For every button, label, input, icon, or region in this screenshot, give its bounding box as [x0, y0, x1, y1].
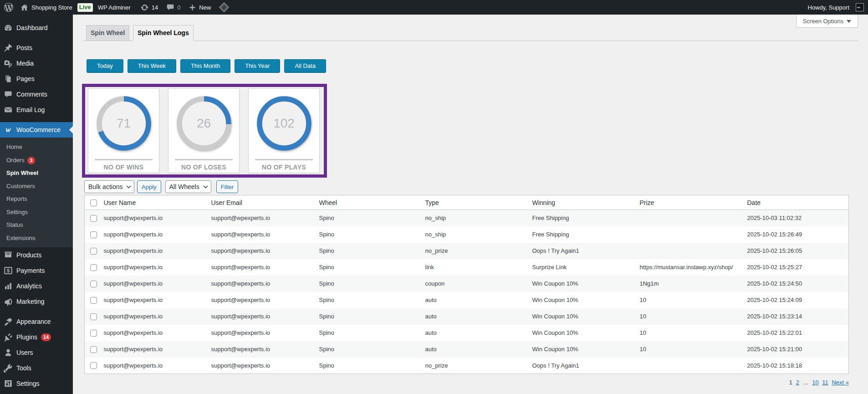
- table-header-row: User Name User Email Wheel Type Winning …: [85, 195, 849, 210]
- plugins-badge: 14: [41, 333, 51, 341]
- donut: 26: [174, 94, 234, 153]
- cell-user-email: support@wpexperts.io: [206, 210, 314, 226]
- sidebar-item-label: Comments: [16, 91, 47, 98]
- row-checkbox[interactable]: [90, 330, 97, 337]
- wrench-icon: [4, 363, 13, 373]
- sidebar-item-label: Posts: [16, 44, 32, 51]
- cell-user-email: support@wpexperts.io: [206, 226, 314, 243]
- submenu-item-home[interactable]: Home: [0, 141, 73, 154]
- sidebar-item-label: Pages: [16, 75, 35, 82]
- table-row: support@wpexperts.iosupport@wpexperts.io…: [85, 276, 849, 292]
- cell-winning: Win Coupon 10%: [527, 308, 634, 325]
- col-winning: Winning: [527, 195, 634, 210]
- col-wheel: Wheel: [314, 195, 420, 210]
- submenu-item-status[interactable]: Status: [0, 219, 73, 232]
- instawp-menu[interactable]: [215, 0, 233, 15]
- all-data-button[interactable]: All Data: [284, 59, 326, 73]
- sidebar-item-dashboard[interactable]: Dashboard: [0, 20, 73, 36]
- site-menu[interactable]: Shopping Store: [17, 0, 75, 15]
- filter-button[interactable]: Filter: [216, 180, 239, 193]
- cell-prize: https://mustansar.instawp.xyz/shop/: [634, 259, 742, 276]
- cell-wheel: Spino: [314, 358, 420, 374]
- sidebar-item-products[interactable]: Products: [0, 247, 73, 263]
- row-checkbox[interactable]: [90, 346, 97, 353]
- sidebar-item-comments[interactable]: Comments: [0, 87, 73, 102]
- list-controls: Bulk actions Apply All Wheels Filter: [84, 180, 858, 193]
- row-checkbox-cell: [85, 308, 98, 325]
- page-link-10[interactable]: 10: [812, 379, 818, 386]
- cell-user-name: support@wpexperts.io: [98, 276, 206, 292]
- all-wheels-select[interactable]: All Wheels: [165, 180, 211, 193]
- my-account-menu[interactable]: Howdy, Support: [803, 0, 868, 15]
- sidebar-item-appearance[interactable]: Appearance: [0, 314, 73, 329]
- page-link-11[interactable]: 11: [822, 379, 828, 386]
- table-row: support@wpexperts.iosupport@wpexperts.io…: [85, 243, 849, 259]
- submenu-item-spin-wheel[interactable]: Spin Wheel: [0, 167, 73, 180]
- cell-wheel: Spino: [314, 325, 420, 341]
- wp-adminer-menu[interactable]: WP Adminer: [95, 0, 133, 15]
- row-checkbox[interactable]: [90, 297, 97, 304]
- payments-icon: $: [4, 266, 13, 275]
- bulk-actions-select[interactable]: Bulk actions: [84, 180, 134, 193]
- main-content: Screen Options Spin Wheel Spin Wheel Log…: [73, 0, 868, 386]
- sidebar-item-marketing[interactable]: Marketing: [0, 294, 73, 309]
- submenu-item-extensions[interactable]: Extensions: [0, 232, 73, 245]
- new-menu[interactable]: New: [184, 0, 215, 15]
- this-year-button[interactable]: This Year: [235, 59, 280, 73]
- plug-icon: [4, 333, 13, 342]
- screen-options-label: Screen Options: [803, 18, 844, 25]
- this-month-button[interactable]: This Month: [180, 59, 230, 73]
- this-week-button[interactable]: This Week: [128, 59, 176, 73]
- submenu-item-customers[interactable]: Customers: [0, 180, 73, 193]
- row-checkbox[interactable]: [90, 248, 97, 255]
- updates-menu[interactable]: 14: [136, 0, 162, 15]
- submenu-item-settings[interactable]: Settings: [0, 206, 73, 219]
- row-checkbox-cell: [85, 325, 98, 341]
- sidebar-item-posts[interactable]: Posts: [0, 40, 73, 56]
- row-checkbox-cell: [85, 210, 98, 226]
- wp-logo-menu[interactable]: [0, 0, 17, 15]
- screen-options-toggle[interactable]: Screen Options: [796, 15, 858, 28]
- tab-spin-wheel[interactable]: Spin Wheel: [86, 25, 129, 41]
- col-user-email: User Email: [206, 195, 314, 210]
- sidebar-item-email-log[interactable]: Email Log: [0, 102, 73, 118]
- row-checkbox[interactable]: [90, 313, 97, 320]
- cell-winning: Free Shipping: [527, 210, 634, 226]
- page-link-2[interactable]: 2: [796, 379, 799, 386]
- apply-button[interactable]: Apply: [137, 180, 161, 193]
- cell-prize: 10: [634, 325, 742, 341]
- sidebar-item-analytics[interactable]: Analytics: [0, 278, 73, 294]
- tab-spin-wheel-logs[interactable]: Spin Wheel Logs: [133, 25, 194, 41]
- submenu-item-reports[interactable]: Reports: [0, 193, 73, 206]
- svg-text:$: $: [7, 268, 10, 273]
- cell-wheel: Spino: [314, 210, 420, 226]
- admin-sidebar: Dashboard Posts Media Pages: [0, 15, 73, 394]
- next-page-link[interactable]: Next »: [832, 379, 849, 386]
- cell-type: no_ship: [420, 210, 527, 226]
- sidebar-item-plugins[interactable]: Plugins 14: [0, 329, 73, 345]
- submenu-item-orders[interactable]: Orders3: [0, 154, 73, 167]
- sidebar-item-pages[interactable]: Pages: [0, 71, 73, 87]
- menu-separator: [0, 309, 73, 314]
- row-checkbox[interactable]: [90, 231, 97, 238]
- sidebar-item-woocommerce[interactable]: w WooCommerce: [0, 122, 73, 138]
- select-all-checkbox[interactable]: [90, 200, 97, 206]
- row-checkbox[interactable]: [90, 362, 97, 369]
- page-current: 1: [789, 379, 792, 386]
- stats-panel: 71 NO OF WINS 26 NO OF LOSES 102 NO OF P…: [82, 84, 327, 178]
- today-button[interactable]: Today: [87, 59, 123, 73]
- sidebar-item-tools[interactable]: Tools: [0, 360, 73, 376]
- row-checkbox[interactable]: [90, 264, 97, 271]
- cell-user-email: support@wpexperts.io: [206, 292, 314, 308]
- sidebar-item-payments[interactable]: $ Payments: [0, 263, 73, 278]
- sidebar-item-users[interactable]: Users: [0, 345, 73, 360]
- new-label: New: [199, 4, 211, 11]
- sidebar-item-label: Payments: [16, 267, 45, 274]
- row-checkbox[interactable]: [90, 281, 97, 287]
- table-row: support@wpexperts.iosupport@wpexperts.io…: [85, 308, 849, 325]
- stat-card-wins: 71 NO OF WINS: [88, 88, 159, 173]
- comments-menu[interactable]: 0: [162, 0, 184, 15]
- sidebar-item-media[interactable]: Media: [0, 56, 73, 71]
- row-checkbox[interactable]: [90, 215, 97, 222]
- sidebar-item-settings[interactable]: Settings: [0, 376, 73, 391]
